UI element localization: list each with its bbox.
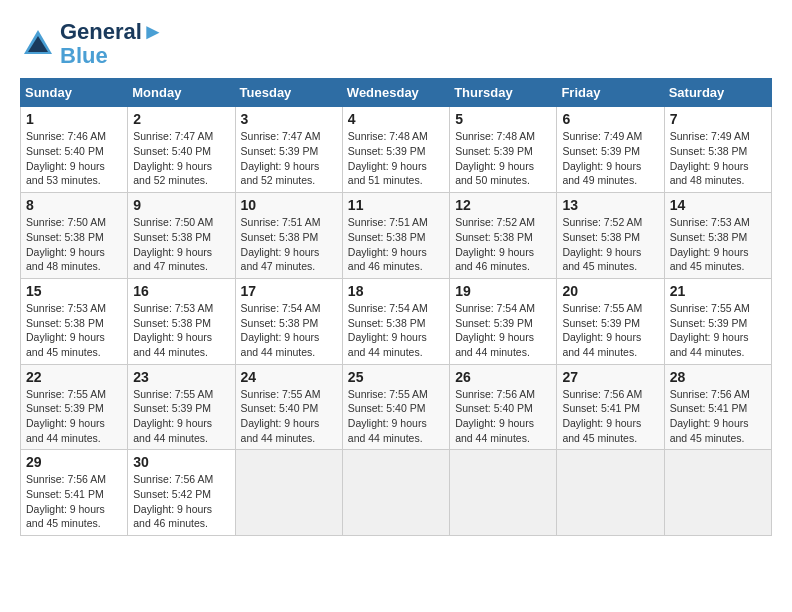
- day-number: 1: [26, 111, 122, 127]
- calendar-week-2: 8 Sunrise: 7:50 AMSunset: 5:38 PMDayligh…: [21, 193, 772, 279]
- day-info: Sunrise: 7:47 AMSunset: 5:40 PMDaylight:…: [133, 129, 229, 188]
- day-info: Sunrise: 7:56 AMSunset: 5:41 PMDaylight:…: [562, 387, 658, 446]
- calendar-cell: 6 Sunrise: 7:49 AMSunset: 5:39 PMDayligh…: [557, 107, 664, 193]
- calendar-cell: [557, 450, 664, 536]
- calendar-cell: 30 Sunrise: 7:56 AMSunset: 5:42 PMDaylig…: [128, 450, 235, 536]
- calendar-cell: 13 Sunrise: 7:52 AMSunset: 5:38 PMDaylig…: [557, 193, 664, 279]
- calendar-cell: 25 Sunrise: 7:55 AMSunset: 5:40 PMDaylig…: [342, 364, 449, 450]
- calendar-cell: 10 Sunrise: 7:51 AMSunset: 5:38 PMDaylig…: [235, 193, 342, 279]
- day-number: 26: [455, 369, 551, 385]
- day-info: Sunrise: 7:54 AMSunset: 5:39 PMDaylight:…: [455, 301, 551, 360]
- calendar-week-5: 29 Sunrise: 7:56 AMSunset: 5:41 PMDaylig…: [21, 450, 772, 536]
- day-number: 21: [670, 283, 766, 299]
- day-info: Sunrise: 7:54 AMSunset: 5:38 PMDaylight:…: [348, 301, 444, 360]
- day-number: 14: [670, 197, 766, 213]
- day-info: Sunrise: 7:49 AMSunset: 5:39 PMDaylight:…: [562, 129, 658, 188]
- day-number: 20: [562, 283, 658, 299]
- calendar-week-4: 22 Sunrise: 7:55 AMSunset: 5:39 PMDaylig…: [21, 364, 772, 450]
- day-number: 4: [348, 111, 444, 127]
- calendar-cell: 14 Sunrise: 7:53 AMSunset: 5:38 PMDaylig…: [664, 193, 771, 279]
- calendar-cell: [342, 450, 449, 536]
- day-info: Sunrise: 7:50 AMSunset: 5:38 PMDaylight:…: [133, 215, 229, 274]
- day-info: Sunrise: 7:55 AMSunset: 5:40 PMDaylight:…: [348, 387, 444, 446]
- logo-icon: [20, 26, 56, 62]
- day-info: Sunrise: 7:55 AMSunset: 5:39 PMDaylight:…: [26, 387, 122, 446]
- day-number: 13: [562, 197, 658, 213]
- calendar-cell: [235, 450, 342, 536]
- calendar-cell: 16 Sunrise: 7:53 AMSunset: 5:38 PMDaylig…: [128, 278, 235, 364]
- calendar-cell: 21 Sunrise: 7:55 AMSunset: 5:39 PMDaylig…: [664, 278, 771, 364]
- day-number: 6: [562, 111, 658, 127]
- day-info: Sunrise: 7:55 AMSunset: 5:39 PMDaylight:…: [562, 301, 658, 360]
- calendar-cell: 18 Sunrise: 7:54 AMSunset: 5:38 PMDaylig…: [342, 278, 449, 364]
- day-number: 23: [133, 369, 229, 385]
- calendar-cell: 1 Sunrise: 7:46 AMSunset: 5:40 PMDayligh…: [21, 107, 128, 193]
- day-info: Sunrise: 7:49 AMSunset: 5:38 PMDaylight:…: [670, 129, 766, 188]
- day-info: Sunrise: 7:53 AMSunset: 5:38 PMDaylight:…: [26, 301, 122, 360]
- day-info: Sunrise: 7:54 AMSunset: 5:38 PMDaylight:…: [241, 301, 337, 360]
- day-number: 9: [133, 197, 229, 213]
- calendar-cell: 29 Sunrise: 7:56 AMSunset: 5:41 PMDaylig…: [21, 450, 128, 536]
- calendar-header: SundayMondayTuesdayWednesdayThursdayFrid…: [21, 79, 772, 107]
- calendar-cell: 27 Sunrise: 7:56 AMSunset: 5:41 PMDaylig…: [557, 364, 664, 450]
- day-number: 27: [562, 369, 658, 385]
- calendar-cell: [664, 450, 771, 536]
- calendar-cell: 24 Sunrise: 7:55 AMSunset: 5:40 PMDaylig…: [235, 364, 342, 450]
- calendar-cell: 4 Sunrise: 7:48 AMSunset: 5:39 PMDayligh…: [342, 107, 449, 193]
- calendar-cell: 3 Sunrise: 7:47 AMSunset: 5:39 PMDayligh…: [235, 107, 342, 193]
- day-info: Sunrise: 7:48 AMSunset: 5:39 PMDaylight:…: [348, 129, 444, 188]
- day-number: 5: [455, 111, 551, 127]
- header-cell-wednesday: Wednesday: [342, 79, 449, 107]
- calendar-cell: 22 Sunrise: 7:55 AMSunset: 5:39 PMDaylig…: [21, 364, 128, 450]
- day-number: 11: [348, 197, 444, 213]
- day-info: Sunrise: 7:56 AMSunset: 5:42 PMDaylight:…: [133, 472, 229, 531]
- calendar-cell: 8 Sunrise: 7:50 AMSunset: 5:38 PMDayligh…: [21, 193, 128, 279]
- header-cell-friday: Friday: [557, 79, 664, 107]
- day-info: Sunrise: 7:56 AMSunset: 5:41 PMDaylight:…: [670, 387, 766, 446]
- day-info: Sunrise: 7:52 AMSunset: 5:38 PMDaylight:…: [455, 215, 551, 274]
- header-cell-tuesday: Tuesday: [235, 79, 342, 107]
- calendar-cell: 15 Sunrise: 7:53 AMSunset: 5:38 PMDaylig…: [21, 278, 128, 364]
- day-number: 2: [133, 111, 229, 127]
- day-number: 29: [26, 454, 122, 470]
- header-cell-monday: Monday: [128, 79, 235, 107]
- day-number: 12: [455, 197, 551, 213]
- day-number: 10: [241, 197, 337, 213]
- calendar-cell: 11 Sunrise: 7:51 AMSunset: 5:38 PMDaylig…: [342, 193, 449, 279]
- logo-text: General► Blue: [60, 20, 164, 68]
- calendar-cell: 2 Sunrise: 7:47 AMSunset: 5:40 PMDayligh…: [128, 107, 235, 193]
- day-number: 19: [455, 283, 551, 299]
- calendar-cell: 28 Sunrise: 7:56 AMSunset: 5:41 PMDaylig…: [664, 364, 771, 450]
- day-number: 17: [241, 283, 337, 299]
- calendar-cell: 7 Sunrise: 7:49 AMSunset: 5:38 PMDayligh…: [664, 107, 771, 193]
- day-number: 24: [241, 369, 337, 385]
- day-number: 3: [241, 111, 337, 127]
- calendar-cell: 12 Sunrise: 7:52 AMSunset: 5:38 PMDaylig…: [450, 193, 557, 279]
- day-info: Sunrise: 7:50 AMSunset: 5:38 PMDaylight:…: [26, 215, 122, 274]
- day-info: Sunrise: 7:56 AMSunset: 5:41 PMDaylight:…: [26, 472, 122, 531]
- calendar-cell: 19 Sunrise: 7:54 AMSunset: 5:39 PMDaylig…: [450, 278, 557, 364]
- day-number: 7: [670, 111, 766, 127]
- day-info: Sunrise: 7:47 AMSunset: 5:39 PMDaylight:…: [241, 129, 337, 188]
- day-info: Sunrise: 7:51 AMSunset: 5:38 PMDaylight:…: [348, 215, 444, 274]
- day-info: Sunrise: 7:55 AMSunset: 5:39 PMDaylight:…: [133, 387, 229, 446]
- day-info: Sunrise: 7:46 AMSunset: 5:40 PMDaylight:…: [26, 129, 122, 188]
- calendar-cell: 23 Sunrise: 7:55 AMSunset: 5:39 PMDaylig…: [128, 364, 235, 450]
- day-info: Sunrise: 7:48 AMSunset: 5:39 PMDaylight:…: [455, 129, 551, 188]
- day-number: 22: [26, 369, 122, 385]
- calendar-cell: 20 Sunrise: 7:55 AMSunset: 5:39 PMDaylig…: [557, 278, 664, 364]
- day-number: 18: [348, 283, 444, 299]
- calendar-body: 1 Sunrise: 7:46 AMSunset: 5:40 PMDayligh…: [21, 107, 772, 536]
- day-number: 8: [26, 197, 122, 213]
- header-row: SundayMondayTuesdayWednesdayThursdayFrid…: [21, 79, 772, 107]
- calendar-cell: 17 Sunrise: 7:54 AMSunset: 5:38 PMDaylig…: [235, 278, 342, 364]
- day-info: Sunrise: 7:56 AMSunset: 5:40 PMDaylight:…: [455, 387, 551, 446]
- calendar-cell: [450, 450, 557, 536]
- day-info: Sunrise: 7:53 AMSunset: 5:38 PMDaylight:…: [670, 215, 766, 274]
- calendar-cell: 9 Sunrise: 7:50 AMSunset: 5:38 PMDayligh…: [128, 193, 235, 279]
- header-cell-sunday: Sunday: [21, 79, 128, 107]
- day-number: 15: [26, 283, 122, 299]
- calendar-cell: 26 Sunrise: 7:56 AMSunset: 5:40 PMDaylig…: [450, 364, 557, 450]
- header-cell-thursday: Thursday: [450, 79, 557, 107]
- day-info: Sunrise: 7:51 AMSunset: 5:38 PMDaylight:…: [241, 215, 337, 274]
